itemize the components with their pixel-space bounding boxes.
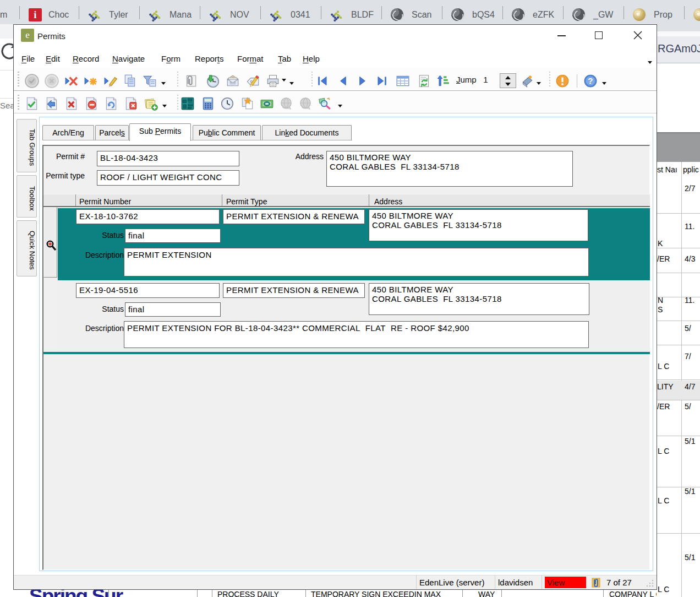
svg-text:?: ?: [588, 76, 593, 85]
